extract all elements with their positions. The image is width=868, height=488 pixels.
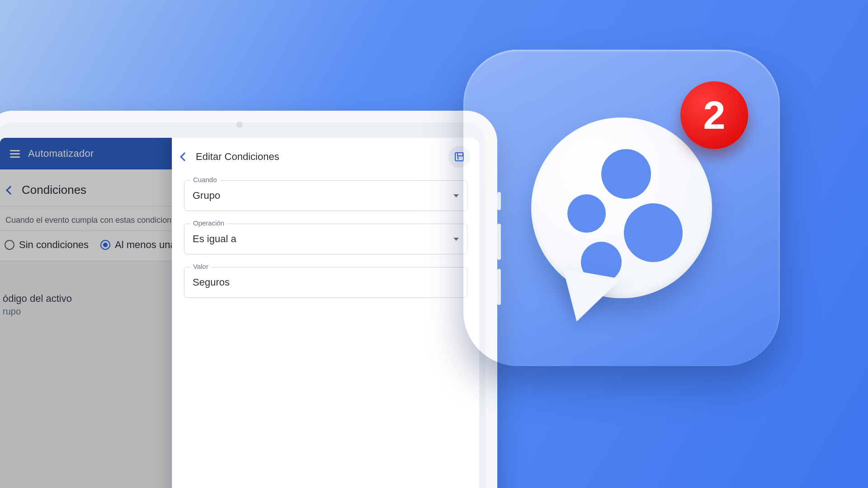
tablet-screen: Automatizador Condiciones Cuando el even… xyxy=(0,138,479,488)
chat-bubble-icon xyxy=(531,117,712,298)
select-value: Grupo xyxy=(193,190,220,202)
field-valor: Valor Seguros xyxy=(184,267,467,298)
dot-icon xyxy=(581,242,622,282)
dot-icon xyxy=(567,194,606,233)
field-label: Operación xyxy=(190,219,227,227)
badge-count: 2 xyxy=(703,92,726,138)
chevron-down-icon xyxy=(453,194,459,197)
select-value: Es igual a xyxy=(193,233,236,245)
edit-conditions-panel: Editar Condiciones Cuando Grupo Operació… xyxy=(172,138,479,488)
field-cuando: Cuando Grupo xyxy=(184,180,467,211)
valor-input[interactable]: Seguros xyxy=(184,267,467,298)
notification-badge: 2 xyxy=(680,81,748,149)
app-icon-tile: 2 xyxy=(463,50,780,366)
field-label: Valor xyxy=(190,263,211,270)
dot-icon xyxy=(624,203,683,262)
panel-header: Editar Condiciones xyxy=(172,138,479,176)
panel-body: Cuando Grupo Operación Es igual a Valor xyxy=(172,176,479,302)
panel-back-icon[interactable] xyxy=(180,152,189,161)
tablet-frame: Automatizador Condiciones Cuando el even… xyxy=(0,111,497,488)
operacion-select[interactable]: Es igual a xyxy=(184,224,467,254)
panel-title: Editar Condiciones xyxy=(196,151,279,163)
dot-icon xyxy=(601,149,651,199)
cuando-select[interactable]: Grupo xyxy=(184,180,467,211)
input-value: Seguros xyxy=(193,277,230,288)
save-icon xyxy=(455,152,464,161)
field-label: Cuando xyxy=(190,176,220,183)
chevron-down-icon xyxy=(453,238,459,241)
field-operacion: Operación Es igual a xyxy=(184,224,467,254)
